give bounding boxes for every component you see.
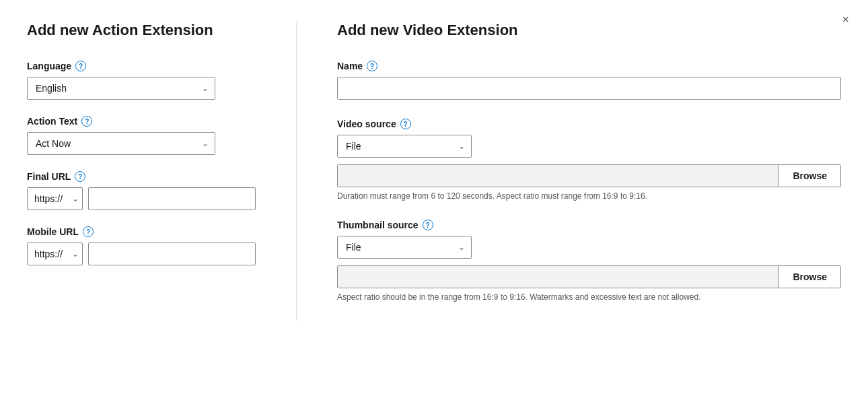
name-input[interactable]: [337, 77, 841, 100]
language-field-group: Language ? English French Spanish German…: [27, 61, 256, 100]
mobile-url-row: https:// http:// ⌄: [27, 243, 256, 265]
final-url-help-icon[interactable]: ?: [75, 171, 85, 182]
video-source-label: Video source ?: [337, 119, 841, 129]
mobile-url-label: Mobile URL ?: [27, 226, 256, 237]
left-panel: Add new Action Extension Language ? Engl…: [27, 22, 296, 321]
video-source-select-wrapper: File URL ⌄: [337, 135, 472, 158]
mobile-url-protocol-wrapper: https:// http:// ⌄: [27, 243, 83, 265]
action-text-field-group: Action Text ? Act Now Apply Now Book Now…: [27, 116, 256, 155]
video-file-browse-row: Browse: [337, 164, 841, 187]
language-select[interactable]: English French Spanish German: [27, 77, 215, 100]
right-panel-title: Add new Video Extension: [337, 22, 841, 39]
mobile-url-input[interactable]: [88, 243, 256, 265]
close-button[interactable]: ×: [842, 13, 849, 26]
final-url-protocol-wrapper: https:// http:// ⌄: [27, 187, 83, 210]
thumbnail-source-label: Thumbnail source ?: [337, 220, 841, 230]
thumbnail-source-help-icon[interactable]: ?: [423, 220, 433, 230]
video-source-help-icon[interactable]: ?: [400, 119, 411, 129]
video-source-select[interactable]: File URL: [337, 135, 472, 158]
final-url-field-group: Final URL ? https:// http:// ⌄: [27, 171, 256, 210]
action-text-label: Action Text ?: [27, 116, 256, 127]
action-text-select-wrapper: Act Now Apply Now Book Now Contact Us Do…: [27, 132, 215, 155]
language-label: Language ?: [27, 61, 256, 71]
final-url-row: https:// http:// ⌄: [27, 187, 256, 210]
mobile-url-protocol-select[interactable]: https:// http://: [27, 243, 83, 265]
mobile-url-help-icon[interactable]: ?: [83, 226, 94, 237]
video-browse-button[interactable]: Browse: [779, 165, 840, 187]
thumbnail-file-input-area[interactable]: [338, 266, 779, 288]
name-label: Name ?: [337, 61, 841, 71]
mobile-url-field-group: Mobile URL ? https:// http:// ⌄: [27, 226, 256, 265]
language-select-wrapper: English French Spanish German ⌄: [27, 77, 215, 100]
thumbnail-hint-text: Aspect ratio should be in the range from…: [337, 292, 841, 302]
thumbnail-file-browse-row: Browse: [337, 265, 841, 288]
name-field-group: Name ?: [337, 61, 841, 100]
video-source-field-group: Video source ? File URL ⌄ Browse Duratio…: [337, 119, 841, 201]
action-text-select[interactable]: Act Now Apply Now Book Now Contact Us Do…: [27, 132, 215, 155]
left-panel-title: Add new Action Extension: [27, 22, 256, 39]
thumbnail-source-select-wrapper: File URL ⌄: [337, 236, 472, 259]
video-hint-text: Duration must range from 6 to 120 second…: [337, 191, 841, 201]
action-text-help-icon[interactable]: ?: [81, 116, 92, 127]
modal-container: × Add new Action Extension Language ? En…: [0, 0, 868, 419]
thumbnail-source-field-group: Thumbnail source ? File URL ⌄ Browse Asp…: [337, 220, 841, 302]
thumbnail-browse-button[interactable]: Browse: [779, 266, 840, 288]
right-panel: Add new Video Extension Name ? Video sou…: [296, 22, 841, 321]
modal-body: Add new Action Extension Language ? Engl…: [27, 22, 841, 321]
video-file-input-area[interactable]: [338, 165, 779, 187]
name-help-icon[interactable]: ?: [367, 61, 377, 71]
final-url-input[interactable]: [88, 187, 256, 210]
final-url-protocol-select[interactable]: https:// http://: [27, 187, 83, 210]
thumbnail-source-select[interactable]: File URL: [337, 236, 472, 259]
language-help-icon[interactable]: ?: [75, 61, 86, 71]
final-url-label: Final URL ?: [27, 171, 256, 182]
